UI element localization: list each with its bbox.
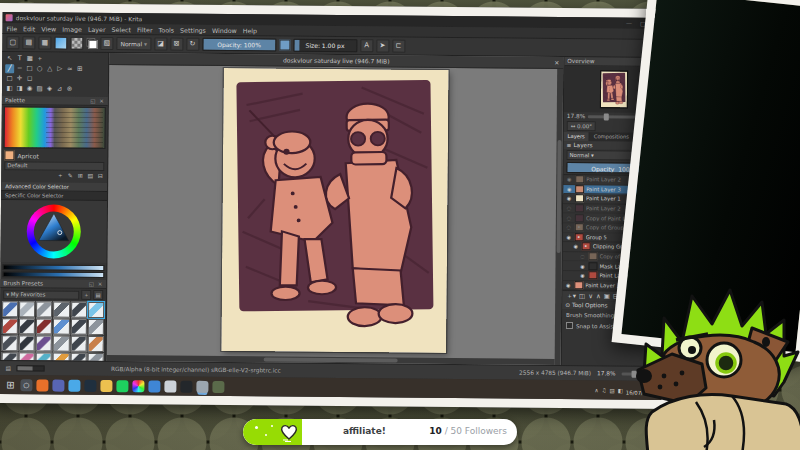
docker-tab-compositions[interactable]: Compositions xyxy=(590,132,634,141)
crop-frame-icon[interactable]: ⊏ xyxy=(392,40,405,53)
battery-icon[interactable]: ◧ xyxy=(618,387,623,393)
taskbar-app-paint-app[interactable] xyxy=(212,380,224,392)
new-document-icon[interactable]: ▢ xyxy=(6,36,19,49)
brush-preset[interactable] xyxy=(19,335,35,351)
open-document-icon[interactable]: ▤ xyxy=(22,36,35,49)
snap-assistants-checkbox[interactable] xyxy=(566,322,573,329)
layer-visibility-icon[interactable]: ◉ xyxy=(564,282,572,288)
artwork-canvas[interactable] xyxy=(221,68,448,353)
menu-file[interactable]: File xyxy=(7,25,18,32)
menu-help[interactable]: Help xyxy=(243,27,257,34)
pattern-chooser-icon[interactable] xyxy=(70,37,83,50)
layer-visibility-icon[interactable]: ◉ xyxy=(578,263,586,269)
flow-box[interactable] xyxy=(279,40,290,51)
hue-bar[interactable] xyxy=(2,264,104,271)
layer-visibility-icon[interactable]: ◉ xyxy=(565,176,573,182)
subwindow-close-icon[interactable]: ✕ xyxy=(554,59,559,66)
delete-swatch-icon[interactable]: ⊟ xyxy=(96,172,104,181)
add-tag-icon[interactable]: ＋ xyxy=(81,290,91,300)
menu-image[interactable]: Image xyxy=(62,25,82,32)
volume-icon[interactable]: ♫ xyxy=(602,387,607,393)
brush-tag-select[interactable]: ▾ My Favorites xyxy=(3,290,79,300)
menu-filter[interactable]: Filter xyxy=(137,26,153,33)
tool-text[interactable]: T xyxy=(15,54,24,63)
tool-grid[interactable]: ▦ xyxy=(25,54,34,63)
hue-ring[interactable] xyxy=(27,204,81,258)
brush-preset-chooser-icon[interactable]: ▧ xyxy=(100,37,113,50)
palette-collection-select[interactable]: Default xyxy=(4,161,104,171)
brush-preset[interactable] xyxy=(19,301,35,317)
tool-polyline[interactable]: ▷ xyxy=(55,65,64,74)
size-slider[interactable]: Size: 1.00 px xyxy=(293,39,357,53)
taskbar-app-photos[interactable] xyxy=(148,380,160,392)
taskbar-app-obs[interactable] xyxy=(180,380,192,392)
menu-select[interactable]: Select xyxy=(112,26,131,33)
tool-transform[interactable]: ↖ xyxy=(5,54,14,63)
layer-visibility-icon[interactable]: ◌ xyxy=(565,205,573,211)
brush-preset[interactable] xyxy=(2,335,18,351)
duplicate-layer-icon[interactable]: ◫ xyxy=(579,292,585,300)
layer-visibility-icon[interactable]: ◌ xyxy=(565,215,573,221)
tool-multibrush[interactable]: ⊞ xyxy=(75,65,84,74)
brush-preset[interactable] xyxy=(2,318,18,334)
taskbar-app-spotify[interactable] xyxy=(116,380,128,392)
tool-select-rectangular[interactable]: ▢ xyxy=(5,74,14,83)
save-document-icon[interactable]: ▦ xyxy=(38,36,51,49)
menu-view[interactable]: View xyxy=(41,25,56,32)
canvas-viewport[interactable] xyxy=(107,65,564,365)
start-button[interactable]: ⊞ xyxy=(4,379,16,391)
grid-view-icon[interactable]: ⊞ xyxy=(76,172,84,181)
rotation-spinbox[interactable]: ↔ 0.00° xyxy=(567,121,596,131)
selected-swatch[interactable] xyxy=(4,150,14,160)
brush-preset[interactable] xyxy=(36,335,52,351)
tool-rectangle[interactable]: □ xyxy=(25,64,34,73)
layer-visibility-icon[interactable]: ◌ xyxy=(565,224,573,230)
layer-properties-icon[interactable]: ▣ xyxy=(604,292,610,300)
reload-preset-icon[interactable]: ↻ xyxy=(186,38,199,51)
palette-swatch-grid[interactable] xyxy=(3,106,105,149)
blend-mode-select[interactable]: Normal ▾ xyxy=(116,37,151,50)
docker-float-close-icons[interactable]: ◱ ✕ xyxy=(90,98,105,104)
taskbar-app-color-wheel-app[interactable] xyxy=(132,380,144,392)
tool-bezier[interactable]: ≈ xyxy=(65,65,74,74)
brush-preset[interactable] xyxy=(88,319,104,335)
tool-crop[interactable]: ◻ xyxy=(25,74,34,83)
tool-move[interactable]: ＋ xyxy=(35,54,44,63)
add-swatch-icon[interactable]: ＋ xyxy=(56,172,64,181)
menu-settings[interactable]: Settings xyxy=(180,26,206,33)
tag-list-icon[interactable]: ▤ xyxy=(93,290,103,300)
docker-float-close-icons[interactable]: ◱ ✕ xyxy=(89,281,104,287)
taskbar-app-twitter[interactable] xyxy=(68,379,80,391)
brush-preset[interactable] xyxy=(71,302,87,318)
layers-menu-icon[interactable]: ≡ xyxy=(567,142,572,148)
brush-preset[interactable] xyxy=(53,319,69,335)
tool-measure[interactable]: ⊿ xyxy=(55,85,64,94)
menu-window[interactable]: Window xyxy=(212,26,237,33)
advanced-color-selector[interactable] xyxy=(0,200,107,263)
tool-move-layer[interactable]: ✛ xyxy=(15,74,24,83)
preserve-alpha-icon[interactable]: ⊠ xyxy=(170,38,183,51)
taskbar-app-firefox[interactable] xyxy=(36,379,48,391)
brush-preset[interactable] xyxy=(2,301,18,317)
taskbar-app-krita[interactable] xyxy=(196,380,208,392)
tool-color-sampler[interactable]: ◉ xyxy=(25,84,34,93)
menu-tools[interactable]: Tools xyxy=(159,26,175,33)
move-layer-up-icon[interactable]: ∧ xyxy=(596,292,601,300)
tool-gradient[interactable]: ◨ xyxy=(15,84,24,93)
opacity-slider[interactable]: Opacity: 100% xyxy=(202,38,276,52)
value-bar[interactable] xyxy=(2,271,104,278)
tool-ellipse[interactable]: ○ xyxy=(35,64,44,73)
menu-layer[interactable]: Layer xyxy=(88,25,106,32)
taskbar-app-grid-app[interactable] xyxy=(164,380,176,392)
fg-bg-colors[interactable] xyxy=(86,38,97,49)
overview-thumbnail[interactable] xyxy=(601,71,627,107)
layer-visibility-icon[interactable]: ◉ xyxy=(565,186,573,192)
brush-preset[interactable] xyxy=(36,318,52,334)
search-button[interactable]: ○ xyxy=(20,379,32,391)
brush-preset[interactable] xyxy=(53,336,69,352)
tool-line[interactable]: ─ xyxy=(15,64,24,73)
brush-preset[interactable] xyxy=(88,302,104,318)
layer-visibility-icon[interactable]: ◉ xyxy=(565,234,573,240)
tray-expand-icon[interactable]: ∧ xyxy=(594,387,598,393)
brush-preset[interactable] xyxy=(70,336,86,352)
